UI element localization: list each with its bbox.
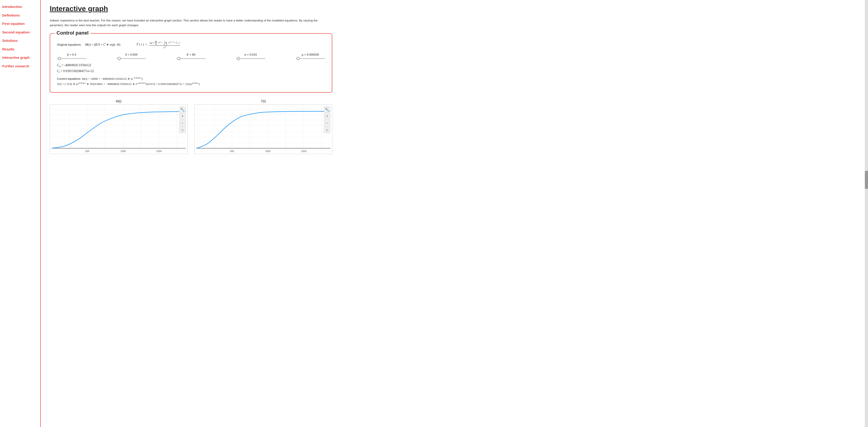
graph-mt-controls: 🔧 + − ⌂ [179, 106, 186, 133]
sidebar-item-first-equation[interactable]: First equation [2, 22, 38, 26]
graph-mt-svg: 500 1000 1500 [50, 105, 187, 154]
eq-separator [127, 43, 129, 46]
slider-delta-label: δ = 0.004 [125, 53, 138, 56]
slider-beta-label: β = 0.4 [67, 53, 76, 56]
graph-tt-plus-btn[interactable]: + [324, 113, 330, 120]
graph-tt-wrapper: 500 1000 1500 🔧 + − ⌂ [194, 104, 332, 154]
slider-alpha-thumb[interactable] [237, 57, 240, 60]
slider-E: E = 80 [176, 53, 206, 59]
graph-mt-plus-btn[interactable]: + [179, 113, 186, 120]
sidebar-item-further-research[interactable]: Further research [2, 64, 38, 68]
slider-mu: μ = 0.000035 [296, 53, 325, 59]
current-equations: Current equations: M(t) = 10000 + −40869… [57, 76, 325, 87]
graph-tt: T(t) [194, 99, 332, 154]
control-panel: Control panel Original equations: M(t) =… [50, 33, 332, 93]
curve-mt [52, 111, 186, 149]
graph-tt-home-btn[interactable]: ⌂ [324, 127, 330, 133]
main-content: Interactive graph Indeed, experience is … [41, 0, 868, 427]
current-eq-line1: Current equations: M(t) = 10000 + −40869… [57, 76, 325, 81]
graph-mt: M(t) [50, 99, 188, 154]
slider-E-track[interactable] [176, 58, 206, 59]
constants-section: Cm = -40869820.33594122 Ct = 9.939533820… [57, 64, 325, 73]
graph-mt-title: M(t) [50, 99, 188, 103]
scrollbar[interactable] [865, 0, 868, 427]
slider-delta: δ = 0.004 [117, 53, 146, 59]
slider-mu-thumb[interactable] [297, 57, 300, 60]
slider-mu-track[interactable] [296, 58, 325, 59]
sidebar-item-solutions[interactable]: Solutions [2, 38, 38, 43]
slider-beta-thumb[interactable] [58, 57, 61, 60]
graph-mt-home-btn[interactable]: ⌂ [179, 127, 186, 133]
x-label-1000: 1000 [121, 150, 126, 153]
graph-mt-wrapper: 500 1000 1500 🔧 + − ⌂ [50, 104, 188, 154]
sidebar-item-definitions[interactable]: Definitions [2, 13, 38, 18]
eq-mt: M(t) = βE/δ + C ∗ exp(−δt) [85, 43, 120, 46]
slider-beta-track[interactable] [57, 58, 86, 59]
sidebar-item-introduction[interactable]: Introduction [2, 4, 38, 9]
slider-E-thumb[interactable] [177, 57, 180, 60]
eq-tt: T(t) = αμ ( βE δα eαt + CM α−δ [136, 40, 181, 49]
slider-alpha-label: α = 0.015 [245, 53, 257, 56]
x-label-1000-tt: 1000 [265, 150, 271, 153]
scrollbar-thumb[interactable] [865, 171, 868, 189]
graph-mt-minus-btn[interactable]: − [179, 120, 186, 126]
slider-delta-thumb[interactable] [118, 57, 121, 60]
current-eq-line2: T(t) = (−0.9) ∗ (e(0.02∗x) ∗ 50)/0.0001 … [57, 81, 325, 87]
cm-value: Cm = -40869820.33594122 [57, 64, 325, 68]
slider-beta: β = 0.4 [57, 53, 86, 59]
graph-tt-title: T(t) [194, 99, 332, 103]
x-label-1500: 1500 [156, 150, 162, 153]
graph-mt-wrench-btn[interactable]: 🔧 [179, 106, 186, 113]
page-title: Interactive graph [50, 4, 859, 13]
sidebar-item-second-equation[interactable]: Second equation [2, 30, 38, 35]
slider-mu-label: μ = 0.000035 [302, 53, 319, 56]
graphs-row: M(t) [50, 99, 332, 154]
current-eq-label: Current equations: [57, 77, 82, 80]
graph-tt-wrench-btn[interactable]: 🔧 [324, 106, 330, 113]
graph-tt-controls: 🔧 + − ⌂ [324, 106, 330, 133]
slider-alpha-track[interactable] [236, 58, 266, 59]
sliders-row: β = 0.4 δ = 0.004 E = 80 α = 0.015 [57, 53, 325, 59]
sidebar: Introduction Definitions First equation … [0, 0, 41, 427]
graph-tt-minus-btn[interactable]: − [324, 120, 330, 126]
intro-text: Indeed, experience is the best teacher. … [50, 18, 321, 28]
original-equations: Original equations: M(t) = βE/δ + C ∗ ex… [57, 40, 325, 49]
graph-tt-svg: 500 1000 1500 [195, 105, 332, 154]
sidebar-item-interactive-graph[interactable]: Interactive graph [2, 55, 38, 60]
slider-delta-track[interactable] [117, 58, 146, 59]
control-panel-title: Control panel [55, 30, 90, 36]
eq-label: Original equations: [57, 43, 81, 46]
sidebar-item-results[interactable]: Results [2, 47, 38, 52]
x-label-1500-tt: 1500 [301, 150, 306, 153]
slider-E-label: E = 80 [187, 53, 195, 56]
ct-value: Ct = 9.93953382084571e+22 [57, 69, 325, 73]
slider-alpha: α = 0.015 [236, 53, 266, 59]
x-label-500-tt: 500 [230, 150, 234, 153]
x-label-500: 500 [85, 150, 89, 153]
